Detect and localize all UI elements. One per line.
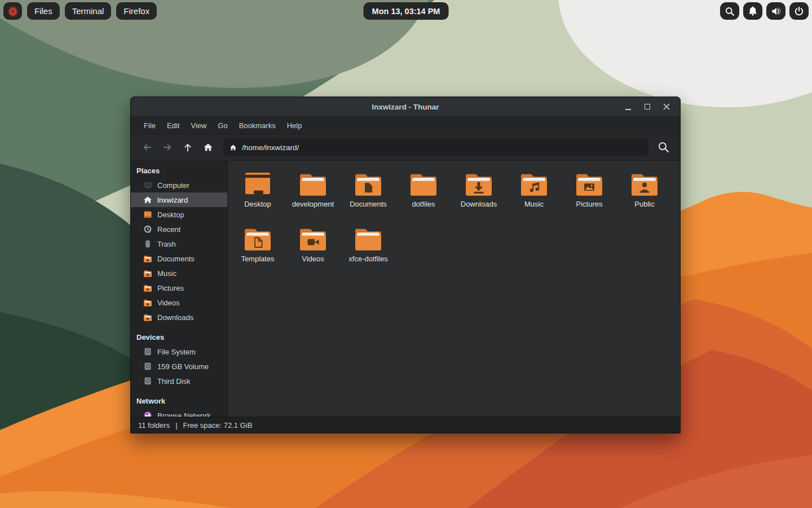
launcher-firefox[interactable]: Firefox xyxy=(116,2,157,20)
speaker-icon xyxy=(769,4,783,19)
sidebar-item-recent[interactable]: Recent xyxy=(131,222,227,237)
menu-edit[interactable]: Edit xyxy=(161,117,185,134)
file-item-documents[interactable]: Documents xyxy=(341,169,396,224)
back-button[interactable] xyxy=(138,138,157,156)
file-item-xfce-dotfiles[interactable]: xfce-dotfiles xyxy=(341,224,396,278)
drive-icon xyxy=(143,348,152,356)
path-text: /home/lnxwizard/ xyxy=(242,143,299,152)
file-view[interactable]: Desktop development Documents xyxy=(228,161,680,417)
desktop: Files Terminal Firefox Mon 13, 03:14 PM xyxy=(0,0,812,508)
sidebar-label: Videos xyxy=(157,299,180,307)
computer-icon xyxy=(143,181,152,189)
close-button[interactable] xyxy=(661,101,672,112)
menubar: File Edit View Go Bookmarks Help xyxy=(131,117,680,134)
notifications-button[interactable] xyxy=(743,2,762,20)
status-free-space: Free space: 72.1 GiB xyxy=(183,421,253,430)
home-button[interactable] xyxy=(198,138,218,156)
arrow-right-icon xyxy=(161,141,174,154)
volume-button[interactable] xyxy=(766,2,785,20)
launcher-terminal[interactable]: Terminal xyxy=(65,2,112,20)
home-icon xyxy=(229,143,237,152)
folder-videos-icon xyxy=(298,226,328,251)
folder-icon xyxy=(143,313,152,321)
sidebar-label: File System xyxy=(157,348,196,356)
menu-go[interactable]: Go xyxy=(212,117,233,134)
window-title: lnxwizard - Thunar xyxy=(372,103,439,111)
sidebar-label: 159 GB Volume xyxy=(157,362,209,371)
status-folder-count: 11 folders xyxy=(138,421,170,430)
launcher-files-label: Files xyxy=(34,6,52,16)
file-label: development xyxy=(292,200,334,208)
folder-icon xyxy=(143,284,152,292)
file-item-dotfiles[interactable]: dotfiles xyxy=(396,169,451,224)
up-button[interactable] xyxy=(178,138,197,156)
sidebar-item-volume[interactable]: 159 GB Volume xyxy=(131,359,227,374)
statusbar: 11 folders | Free space: 72.1 GiB xyxy=(131,417,680,433)
sidebar-item-documents[interactable]: Documents xyxy=(131,251,227,266)
folder-icon xyxy=(354,226,383,251)
sidebar-item-browse-network[interactable]: Browse Network xyxy=(131,408,227,417)
menu-file[interactable]: File xyxy=(138,117,161,134)
menu-view[interactable]: View xyxy=(185,117,212,134)
minimize-button[interactable] xyxy=(623,101,634,112)
arrow-left-icon xyxy=(141,141,153,154)
file-label: xfce-dotfiles xyxy=(348,255,387,263)
sidebar-label: Pictures xyxy=(157,284,184,292)
sidebar: Places Computer lnxwizard xyxy=(131,161,228,417)
sidebar-label: Desktop xyxy=(157,211,184,219)
launcher-firefox-label: Firefox xyxy=(123,6,149,16)
file-item-development[interactable]: development xyxy=(285,169,341,224)
sidebar-item-computer[interactable]: Computer xyxy=(131,178,227,192)
folder-downloads-icon xyxy=(464,171,493,196)
file-item-pictures[interactable]: Pictures xyxy=(562,169,617,224)
titlebar[interactable]: lnxwizard - Thunar xyxy=(131,97,680,117)
sidebar-item-lnxwizard[interactable]: lnxwizard xyxy=(131,192,227,207)
sidebar-section-network: Network xyxy=(131,393,227,408)
sidebar-item-pictures[interactable]: Pictures xyxy=(131,281,227,295)
folder-music-icon xyxy=(519,171,549,196)
sidebar-item-videos[interactable]: Videos xyxy=(131,295,227,310)
trash-icon xyxy=(143,240,152,248)
file-item-music[interactable]: Music xyxy=(506,169,562,224)
toolbar-search-button[interactable] xyxy=(654,138,673,156)
sidebar-item-trash[interactable]: Trash xyxy=(131,237,227,251)
file-item-public[interactable]: Public xyxy=(617,169,672,224)
sidebar-item-file-system[interactable]: File System xyxy=(131,344,227,359)
maximize-button[interactable] xyxy=(642,101,653,112)
panel-launchers: Files Terminal Firefox xyxy=(3,2,157,20)
menu-help[interactable]: Help xyxy=(281,117,308,134)
file-label: Documents xyxy=(350,200,387,208)
file-item-templates[interactable]: Templates xyxy=(230,224,285,278)
sidebar-label: Third Disk xyxy=(157,377,191,386)
forward-button[interactable] xyxy=(158,138,177,156)
panel-tray xyxy=(720,2,809,20)
power-button[interactable] xyxy=(789,2,809,20)
file-item-downloads[interactable]: Downloads xyxy=(451,169,506,224)
sidebar-label: Music xyxy=(157,269,176,278)
clock-label: Mon 13, 03:14 PM xyxy=(372,7,440,16)
search-icon xyxy=(722,4,737,19)
sidebar-item-desktop[interactable]: Desktop xyxy=(131,207,227,222)
search-button[interactable] xyxy=(720,2,739,20)
path-bar[interactable]: /home/lnxwizard/ xyxy=(223,138,648,156)
file-label: Downloads xyxy=(461,200,497,208)
close-icon xyxy=(663,103,670,110)
sidebar-item-music[interactable]: Music xyxy=(131,266,227,281)
arrow-up-icon xyxy=(182,141,194,154)
sidebar-section-places: Places xyxy=(131,163,227,178)
menu-bookmarks[interactable]: Bookmarks xyxy=(233,117,281,134)
panel-clock[interactable]: Mon 13, 03:14 PM xyxy=(364,2,449,20)
folder-icon xyxy=(298,171,328,196)
sidebar-label: Computer xyxy=(157,181,189,190)
bell-icon xyxy=(745,4,760,19)
sidebar-item-third-disk[interactable]: Third Disk xyxy=(131,374,227,388)
launcher-files[interactable]: Files xyxy=(27,2,60,20)
app-menu-button[interactable] xyxy=(3,2,22,20)
distro-logo-icon xyxy=(7,5,19,17)
folder-documents-icon xyxy=(354,171,383,196)
file-item-videos[interactable]: Videos xyxy=(285,224,341,278)
file-item-desktop[interactable]: Desktop xyxy=(230,169,285,224)
sidebar-item-downloads[interactable]: Downloads xyxy=(131,310,227,325)
home-icon xyxy=(143,196,152,204)
network-globe-icon xyxy=(143,411,152,417)
